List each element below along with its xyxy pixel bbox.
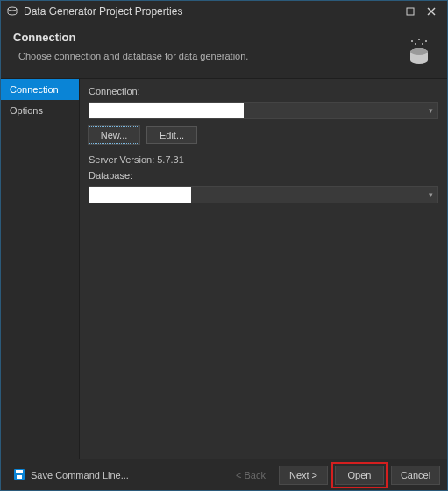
connection-combo[interactable]: ▾	[89, 102, 438, 119]
titlebar: Data Generator Project Properties	[1, 1, 447, 22]
sidebar-item-options[interactable]: Options	[1, 100, 79, 121]
save-command-line-label: Save Command Line...	[31, 470, 129, 480]
svg-point-0	[8, 7, 17, 11]
sidebar-item-connection[interactable]: Connection	[1, 79, 79, 100]
app-icon	[6, 5, 18, 18]
annotation-highlight: Open	[331, 462, 388, 488]
save-command-line-button[interactable]: Save Command Line...	[8, 465, 134, 486]
svg-rect-1	[407, 8, 414, 15]
page-subtitle: Choose connection and database for data …	[13, 51, 395, 61]
database-value[interactable]	[89, 187, 191, 203]
page-title: Connection	[13, 31, 395, 44]
close-button[interactable]	[421, 3, 442, 20]
sidebar: Connection Options	[1, 79, 80, 459]
new-button[interactable]: New...	[89, 126, 139, 144]
connection-buttons: New... Edit...	[89, 126, 438, 144]
open-button[interactable]: Open	[335, 466, 384, 485]
chevron-down-icon[interactable]: ▾	[423, 190, 437, 199]
window-title: Data Generator Project Properties	[24, 5, 400, 18]
connection-label: Connection:	[89, 86, 438, 96]
svg-point-7	[415, 43, 416, 45]
server-version-label: Server Version: 5.7.31	[89, 154, 438, 165]
connection-value[interactable]	[89, 103, 244, 118]
wizard-footer: Save Command Line... < Back Next > Open …	[1, 459, 447, 490]
maximize-button[interactable]	[400, 3, 421, 20]
database-combo[interactable]: ▾	[89, 186, 438, 203]
svg-point-4	[411, 40, 413, 42]
database-label: Database:	[89, 170, 438, 181]
wizard-body: Connection Options Connection: ▾ New... …	[1, 79, 447, 459]
svg-point-8	[422, 43, 423, 45]
wizard-header: Connection Choose connection and databas…	[1, 22, 447, 79]
save-icon	[13, 468, 25, 482]
svg-point-10	[410, 48, 428, 55]
content-panel: Connection: ▾ New... Edit... Server Vers…	[80, 79, 447, 459]
dialog-window: Data Generator Project Properties Connec…	[0, 0, 448, 491]
chevron-down-icon[interactable]: ▾	[423, 106, 437, 115]
next-button[interactable]: Next >	[279, 466, 328, 485]
svg-rect-12	[16, 470, 23, 473]
edit-button[interactable]: Edit...	[146, 126, 197, 144]
cancel-button[interactable]: Cancel	[391, 466, 440, 485]
svg-point-5	[418, 39, 420, 40]
database-icon	[403, 36, 435, 68]
svg-rect-13	[17, 475, 22, 479]
back-button: < Back	[226, 466, 275, 485]
svg-point-6	[425, 40, 427, 42]
